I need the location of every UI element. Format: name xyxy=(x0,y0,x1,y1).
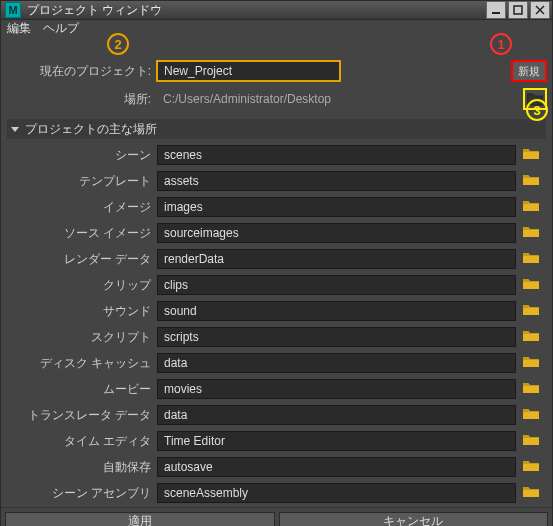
folder-icon xyxy=(523,172,539,190)
field-input[interactable] xyxy=(157,353,516,373)
annotation-2: 2 xyxy=(107,33,129,55)
field-row: ディスク キャッシュ xyxy=(7,351,542,375)
field-label: クリップ xyxy=(7,277,157,294)
folder-icon xyxy=(523,484,539,502)
field-input[interactable] xyxy=(157,197,516,217)
apply-button[interactable]: 適用 xyxy=(5,512,275,526)
folder-icon xyxy=(523,198,539,216)
current-project-row: 現在のプロジェクト: 新規 xyxy=(7,59,546,83)
field-input[interactable] xyxy=(157,405,516,425)
field-row: クリップ xyxy=(7,273,542,297)
field-row: ムービー xyxy=(7,377,542,401)
field-row: 自動保存 xyxy=(7,455,542,479)
field-label: スクリプト xyxy=(7,329,157,346)
cancel-button[interactable]: キャンセル xyxy=(279,512,549,526)
field-input[interactable] xyxy=(157,457,516,477)
field-row: テンプレート xyxy=(7,169,542,193)
folder-icon xyxy=(523,276,539,294)
field-browse-button[interactable] xyxy=(520,301,542,321)
field-input[interactable] xyxy=(157,145,516,165)
new-project-button[interactable]: 新規 xyxy=(512,61,546,81)
field-row: タイム エディタ xyxy=(7,429,542,453)
field-label: シーン アセンブリ xyxy=(7,485,157,502)
menubar: 編集 ヘルプ xyxy=(1,20,552,37)
project-window: M プロジェクト ウィンドウ 編集 ヘルプ 1 2 3 現在のプロジェクト: xyxy=(0,0,553,526)
field-label: サウンド xyxy=(7,303,157,320)
field-input[interactable] xyxy=(157,249,516,269)
chevron-down-icon xyxy=(11,127,19,132)
field-label: シーン xyxy=(7,147,157,164)
field-input[interactable] xyxy=(157,431,516,451)
field-label: 自動保存 xyxy=(7,459,157,476)
field-browse-button[interactable] xyxy=(520,249,542,269)
folder-icon xyxy=(527,92,543,106)
field-label: レンダー データ xyxy=(7,251,157,268)
field-label: タイム エディタ xyxy=(7,433,157,450)
section-label: プロジェクトの主な場所 xyxy=(25,121,157,138)
field-browse-button[interactable] xyxy=(520,379,542,399)
field-row: シーン アセンブリ xyxy=(7,481,542,505)
field-row: トランスレータ データ xyxy=(7,403,542,427)
field-label: ソース イメージ xyxy=(7,225,157,242)
folder-icon xyxy=(523,250,539,268)
window-title: プロジェクト ウィンドウ xyxy=(27,2,486,19)
field-input[interactable] xyxy=(157,275,516,295)
field-input[interactable] xyxy=(157,171,516,191)
folder-icon xyxy=(523,380,539,398)
location-row: 場所: C:/Users/Administrator/Desktop xyxy=(7,87,546,111)
field-label: トランスレータ データ xyxy=(7,407,157,424)
field-input[interactable] xyxy=(157,223,516,243)
folder-icon xyxy=(523,354,539,372)
close-button[interactable] xyxy=(530,1,550,19)
field-browse-button[interactable] xyxy=(520,275,542,295)
field-row: シーン xyxy=(7,143,542,167)
field-row: ソース イメージ xyxy=(7,221,542,245)
folder-icon xyxy=(523,458,539,476)
field-browse-button[interactable] xyxy=(520,223,542,243)
titlebar: M プロジェクト ウィンドウ xyxy=(1,1,552,20)
app-icon: M xyxy=(5,2,21,18)
field-browse-button[interactable] xyxy=(520,197,542,217)
field-browse-button[interactable] xyxy=(520,431,542,451)
minimize-button[interactable] xyxy=(486,1,506,19)
field-browse-button[interactable] xyxy=(520,405,542,425)
annotation-1: 1 xyxy=(490,33,512,55)
content-area: 1 2 3 現在のプロジェクト: 新規 場所: C:/Users/Adminis… xyxy=(1,37,552,507)
field-browse-button[interactable] xyxy=(520,353,542,373)
field-input[interactable] xyxy=(157,379,516,399)
field-label: イメージ xyxy=(7,199,157,216)
field-label: ムービー xyxy=(7,381,157,398)
fields-list[interactable]: シーンテンプレートイメージソース イメージレンダー データクリップサウンドスクリ… xyxy=(7,143,546,507)
field-browse-button[interactable] xyxy=(520,327,542,347)
location-value: C:/Users/Administrator/Desktop xyxy=(157,89,520,109)
field-browse-button[interactable] xyxy=(520,145,542,165)
maximize-button[interactable] xyxy=(508,1,528,19)
menu-edit[interactable]: 編集 xyxy=(7,20,31,37)
folder-icon xyxy=(523,328,539,346)
field-row: スクリプト xyxy=(7,325,542,349)
field-input[interactable] xyxy=(157,327,516,347)
field-browse-button[interactable] xyxy=(520,457,542,477)
folder-icon xyxy=(523,146,539,164)
field-row: サウンド xyxy=(7,299,542,323)
footer: 適用 キャンセル xyxy=(1,507,552,526)
field-label: ディスク キャッシュ xyxy=(7,355,157,372)
location-label: 場所: xyxy=(7,91,157,108)
folder-icon xyxy=(523,224,539,242)
field-browse-button[interactable] xyxy=(520,483,542,503)
field-label: テンプレート xyxy=(7,173,157,190)
section-primary-locations[interactable]: プロジェクトの主な場所 xyxy=(7,119,546,139)
field-input[interactable] xyxy=(157,483,516,503)
window-buttons xyxy=(486,1,552,19)
menu-help[interactable]: ヘルプ xyxy=(43,20,79,37)
field-input[interactable] xyxy=(157,301,516,321)
folder-icon xyxy=(523,302,539,320)
field-row: イメージ xyxy=(7,195,542,219)
field-row: レンダー データ xyxy=(7,247,542,271)
svg-rect-1 xyxy=(514,6,522,14)
field-browse-button[interactable] xyxy=(520,171,542,191)
current-project-input[interactable] xyxy=(157,61,340,81)
folder-icon xyxy=(523,432,539,450)
folder-icon xyxy=(523,406,539,424)
browse-location-button[interactable] xyxy=(524,89,546,109)
